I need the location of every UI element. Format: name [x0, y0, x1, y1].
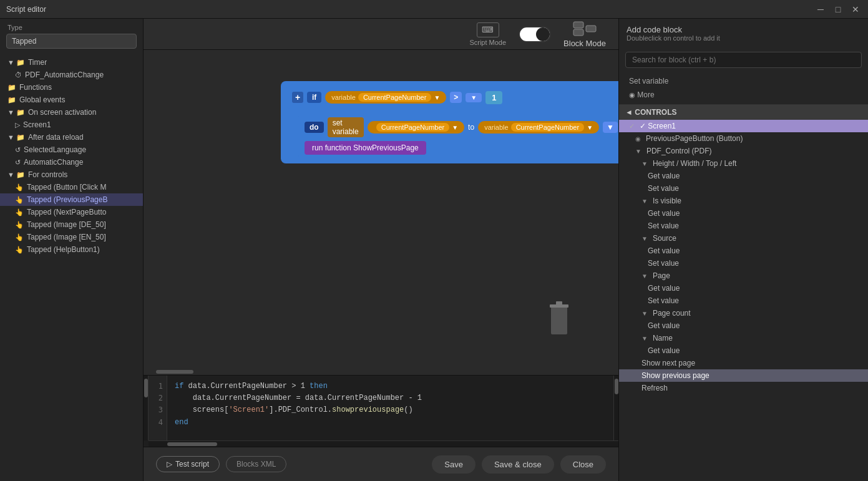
search-input[interactable] — [625, 52, 862, 68]
canvas: + if variable CurrentPageNumber ▼ > ▼ 1 — [144, 50, 618, 375]
right-panel-item-set-value-1[interactable]: Set value — [619, 182, 868, 195]
svg-rect-2 — [586, 26, 596, 32]
right-panel-item-source[interactable]: ▼ Source — [619, 232, 868, 245]
dropdown-arrow-4[interactable]: ▼ — [587, 124, 593, 131]
right-panel-item-set-value-3[interactable]: Set value — [619, 257, 868, 270]
right-panel-item-get-value-6[interactable]: Get value — [619, 344, 868, 357]
variable-block-1[interactable]: variable CurrentPageNumber ▼ — [325, 91, 446, 104]
sidebar-item-auto-change[interactable]: ↺ AutomaticChange — [0, 156, 143, 168]
trash-icon[interactable] — [550, 301, 568, 338]
code-area: 1 2 3 4 if data.CurrentPageNumber > 1 th… — [144, 375, 618, 447]
caret-icon: ▼ — [641, 335, 648, 342]
canvas-scrollbar-h[interactable] — [144, 369, 618, 375]
if-plus-button[interactable]: + — [292, 92, 303, 103]
tap-icon: 👆 — [15, 196, 24, 204]
do-label: do — [305, 122, 324, 133]
minus-block[interactable]: ▼ — [603, 122, 618, 133]
sidebar-item-timer[interactable]: ▼ 📁 Timer — [0, 56, 143, 69]
right-panel-item-show-next-page[interactable]: Show next page — [619, 357, 868, 369]
set-variable-menu-item[interactable]: Set variable — [619, 74, 868, 88]
sidebar-item-selected-lang[interactable]: ↺ SelectedLanguage — [0, 143, 143, 156]
check-icon: ✓ — [629, 122, 635, 130]
right-panel-item-refresh[interactable]: Refresh — [619, 382, 868, 394]
code-scrollbar-v-right[interactable] — [613, 376, 618, 440]
toggle-track[interactable] — [519, 26, 551, 42]
main-layout: Type Tapped ▼ 📁 Timer ⏱ PDF_AutomaticCha… — [0, 19, 868, 481]
code-content[interactable]: if data.CurrentPageNumber > 1 then data.… — [167, 376, 613, 440]
to-label: to — [468, 123, 474, 132]
right-panel-item-get-value-1[interactable]: Get value — [619, 170, 868, 182]
right-panel-item-get-value-3[interactable]: Get value — [619, 245, 868, 257]
operator-block[interactable]: > — [450, 92, 462, 103]
caret-icon: ▼ — [641, 160, 648, 167]
close-button-bottom[interactable]: Close — [560, 455, 606, 474]
value1-block[interactable]: 1 — [485, 91, 502, 104]
save-close-button[interactable]: Save & close — [482, 455, 554, 474]
code-scrollbar-thumb-v — [144, 379, 148, 397]
right-panel-header: Add code block Doubleclick on control to… — [619, 19, 868, 48]
right-panel-item-set-value-2[interactable]: Set value — [619, 220, 868, 232]
sidebar-item-on-screen[interactable]: ▼ 📁 On screen activation — [0, 106, 143, 119]
blocks-xml-button[interactable]: Blocks XML — [226, 456, 286, 472]
code-scrollbar-v[interactable] — [144, 376, 149, 440]
tap-icon: 👆 — [15, 183, 24, 192]
dropdown-arrow-1[interactable]: ▼ — [434, 94, 440, 101]
right-panel-item-page-count[interactable]: ▼ Page count — [619, 307, 868, 319]
sidebar-item-tapped-prev-page[interactable]: 👆 Tapped (PreviousPageB — [0, 193, 143, 206]
bottom-bar: ▷ Test script Blocks XML Save Save & clo… — [144, 447, 618, 481]
right-panel-item-set-value-4[interactable]: Set value — [619, 294, 868, 307]
more-menu-item[interactable]: ◉ More — [619, 88, 868, 102]
right-panel-item-get-value-5[interactable]: Get value — [619, 319, 868, 332]
code-scrollbar-h[interactable] — [149, 440, 618, 447]
mode-toggle[interactable] — [519, 26, 551, 42]
sidebar-item-tapped-img-de[interactable]: 👆 Tapped (Image [DE_50] — [0, 218, 143, 231]
right-panel-item-show-prev-page[interactable]: Show previous page — [619, 369, 868, 382]
line-number-4: 4 — [152, 417, 163, 429]
right-panel-item-is-visible[interactable]: ▼ Is visible — [619, 195, 868, 207]
sidebar-item-global-events[interactable]: 📁 Global events — [0, 94, 143, 106]
do-run-function-row: run function ShowPreviousPage — [305, 141, 618, 155]
sidebar-item-for-controls[interactable]: ▼ 📁 For controls — [0, 168, 143, 181]
right-panel-item-get-value-2[interactable]: Get value — [619, 207, 868, 220]
folder-icon: ▼ 📁 — [7, 171, 25, 179]
folder-icon: ▼ 📁 — [7, 59, 25, 67]
right-panel-item-name[interactable]: ▼ Name — [619, 332, 868, 344]
sidebar-item-pdf-auto[interactable]: ⏱ PDF_AutomaticChange — [0, 69, 143, 81]
line-number-1: 1 — [152, 381, 163, 392]
dropdown-arrow-3[interactable]: ▼ — [452, 124, 458, 131]
sidebar-item-tapped-help[interactable]: 👆 Tapped (HelpButton1) — [0, 243, 143, 256]
close-button[interactable]: ✕ — [849, 3, 862, 16]
sidebar-item-after-data[interactable]: ▼ 📁 After data reload — [0, 131, 143, 143]
svg-rect-1 — [573, 29, 583, 36]
sidebar-item-tapped-next-page[interactable]: 👆 Tapped (NextPageButto — [0, 206, 143, 218]
sidebar-item-functions[interactable]: 📁 Functions — [0, 81, 143, 94]
variable-block-3[interactable]: variable CurrentPageNumber ▼ — [478, 121, 599, 134]
variable-block-2[interactable]: CurrentPageNumber ▼ — [368, 121, 464, 134]
right-panel-item-get-value-4[interactable]: Get value — [619, 282, 868, 294]
right-panel-item-screen1[interactable]: ✓ ✓ Screen1 — [619, 120, 868, 132]
right-panel-item-prev-btn[interactable]: ◉ PreviousPageButton (Button) — [619, 132, 868, 145]
right-panel-item-height-width[interactable]: ▼ Height / Width / Top / Left — [619, 157, 868, 170]
sidebar-item-screen1[interactable]: ▷ Screen1 — [0, 119, 143, 131]
minimize-button[interactable]: ─ — [814, 3, 827, 16]
sidebar-item-tapped-img-en[interactable]: 👆 Tapped (Image [EN_50] — [0, 231, 143, 243]
block-mode-button[interactable]: Block Mode — [563, 20, 606, 48]
bottom-left-actions: ▷ Test script Blocks XML — [156, 456, 286, 472]
maximize-button[interactable]: □ — [832, 3, 844, 16]
right-panel-item-page[interactable]: ▼ Page — [619, 270, 868, 282]
add-code-block-title: Add code block — [627, 25, 861, 34]
tap-icon: 👆 — [15, 233, 24, 241]
save-button[interactable]: Save — [432, 455, 475, 474]
script-mode-button[interactable]: ⌨ Script Mode — [469, 22, 506, 46]
right-panel-tree: ✓ ✓ Screen1 ◉ PreviousPageButton (Button… — [619, 120, 868, 481]
run-function-block[interactable]: run function ShowPreviousPage — [305, 141, 426, 155]
test-script-button[interactable]: ▷ Test script — [156, 456, 220, 472]
code-scrollbar-thumb-h2 — [167, 442, 217, 446]
sidebar-item-tapped-btn-click[interactable]: 👆 Tapped (Button [Click M — [0, 181, 143, 193]
tap-icon: 👆 — [15, 221, 24, 229]
block-mode-icon — [572, 20, 597, 37]
refresh-icon: ↺ — [15, 158, 21, 167]
window-controls: ─ □ ✕ — [814, 3, 862, 16]
right-panel-item-pdf-control[interactable]: ▼ PDF_Control (PDF) — [619, 145, 868, 157]
dropdown-arrow-2[interactable]: ▼ — [471, 94, 477, 101]
